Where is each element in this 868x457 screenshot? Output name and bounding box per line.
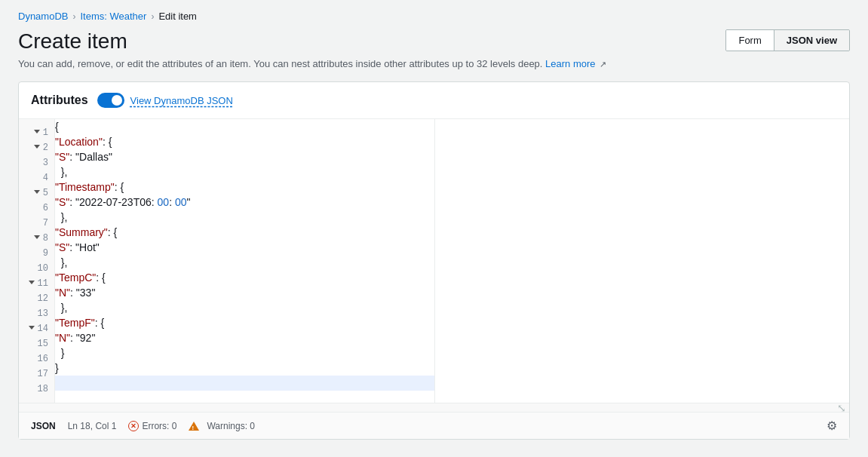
line-number: 5 xyxy=(19,186,54,201)
line-number: 17 xyxy=(19,367,54,382)
errors-text: Errors: 0 xyxy=(142,421,176,431)
error-icon: ✕ xyxy=(128,421,139,431)
line-number: 3 xyxy=(19,155,54,170)
line-number: 12 xyxy=(19,291,54,306)
code-line: "S": "2022-07-23T06: 00: 00" xyxy=(55,195,434,210)
attributes-panel: Attributes View DynamoDB JSON 1234567891… xyxy=(18,81,850,440)
warning-icon xyxy=(189,422,199,431)
code-line: "Summary": { xyxy=(55,225,434,240)
toggle-thumb xyxy=(112,95,122,106)
line-number: 18 xyxy=(19,382,54,397)
line-number: 6 xyxy=(19,201,54,216)
external-link-icon: ↗ xyxy=(600,60,606,69)
right-panel xyxy=(434,119,850,403)
breadcrumb-dynamo[interactable]: DynamoDB xyxy=(18,11,68,22)
dynamodb-json-toggle[interactable]: View DynamoDB JSON xyxy=(97,93,233,108)
line-numbers: 123456789101112131415161718 xyxy=(19,119,55,403)
code-line: "N": "33" xyxy=(55,285,434,300)
code-line: } xyxy=(55,345,434,360)
code-editor[interactable]: { "Location": { "S": "Dallas" }, "Timest… xyxy=(55,119,434,403)
status-errors: ✕ Errors: 0 xyxy=(128,421,176,431)
status-position: Ln 18, Col 1 xyxy=(68,421,117,431)
status-type: JSON xyxy=(31,421,56,431)
code-line: "Timestamp": { xyxy=(55,179,434,195)
code-line: }, xyxy=(55,300,434,315)
left-editor: 123456789101112131415161718 { "Location"… xyxy=(19,119,434,403)
learn-more-link[interactable]: Learn more xyxy=(545,58,595,69)
breadcrumb-current: Edit item xyxy=(158,11,197,22)
line-number: 1 xyxy=(19,125,54,140)
code-line xyxy=(55,376,434,391)
line-number: 7 xyxy=(19,216,54,231)
line-number: 11 xyxy=(19,276,54,291)
breadcrumb-items[interactable]: Items: Weather xyxy=(80,11,146,22)
line-number: 14 xyxy=(19,321,54,336)
line-number: 15 xyxy=(19,336,54,351)
code-line: }, xyxy=(55,164,434,179)
status-bar: JSON Ln 18, Col 1 ✕ Errors: 0 Warnings: … xyxy=(19,412,849,439)
code-line: "N": "92" xyxy=(55,330,434,345)
view-toggle: Form JSON view xyxy=(725,29,850,51)
code-line: "Location": { xyxy=(55,134,434,149)
code-line: { xyxy=(55,119,434,134)
breadcrumb: DynamoDB › Items: Weather › Edit item xyxy=(0,0,868,29)
toggle-switch xyxy=(97,93,124,108)
breadcrumb-sep-2: › xyxy=(151,11,154,22)
code-line: "TempF": { xyxy=(55,315,434,330)
line-number: 2 xyxy=(19,140,54,155)
line-number: 9 xyxy=(19,246,54,261)
json-view-button[interactable]: JSON view xyxy=(774,30,849,51)
page-header: Create item You can add, remove, or edit… xyxy=(0,29,868,81)
form-view-button[interactable]: Form xyxy=(726,30,774,51)
line-number: 13 xyxy=(19,306,54,321)
code-line: }, xyxy=(55,255,434,270)
attributes-header: Attributes View DynamoDB JSON xyxy=(19,82,849,119)
page-description: You can add, remove, or edit the attribu… xyxy=(18,58,606,69)
code-line: "S": "Dallas" xyxy=(55,149,434,164)
line-number: 10 xyxy=(19,261,54,276)
status-warnings: Warnings: 0 xyxy=(189,421,255,431)
code-line: } xyxy=(55,360,434,376)
page-title: Create item xyxy=(18,29,606,54)
code-line: }, xyxy=(55,210,434,225)
code-line: "TempC": { xyxy=(55,270,434,285)
line-number: 8 xyxy=(19,231,54,246)
editor-main: 123456789101112131415161718 { "Location"… xyxy=(19,119,849,403)
toggle-label: View DynamoDB JSON xyxy=(130,95,233,106)
settings-button[interactable]: ⚙ xyxy=(827,419,837,433)
warnings-text: Warnings: 0 xyxy=(207,421,255,431)
attributes-label: Attributes xyxy=(31,94,88,107)
line-number: 4 xyxy=(19,170,54,186)
page-header-left: Create item You can add, remove, or edit… xyxy=(18,29,606,69)
main-content: Attributes View DynamoDB JSON 1234567891… xyxy=(0,81,868,457)
line-number: 16 xyxy=(19,351,54,367)
resize-handle: ⤡ xyxy=(19,403,849,412)
breadcrumb-sep-1: › xyxy=(72,11,75,22)
code-line: "S": "Hot" xyxy=(55,240,434,255)
editor-body: 123456789101112131415161718 { "Location"… xyxy=(19,119,849,439)
